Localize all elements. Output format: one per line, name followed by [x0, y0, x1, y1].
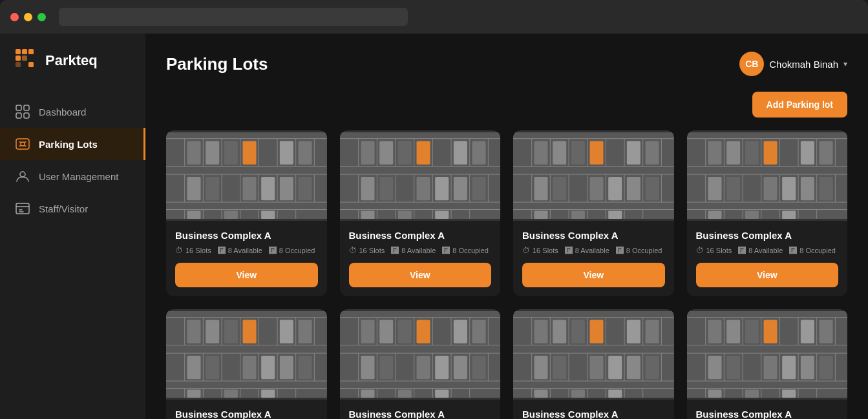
svg-rect-141 — [646, 177, 659, 200]
sidebar-item-parking-lots[interactable]: Parking Lots — [0, 128, 145, 160]
svg-rect-186 — [800, 177, 814, 200]
card-stats-1: ⏱ 16 Slots 🅿 8 Available 🅿 8 Occupied — [175, 246, 318, 255]
view-button-2[interactable]: View — [349, 263, 492, 287]
svg-rect-78 — [453, 141, 467, 164]
svg-rect-0 — [16, 49, 21, 54]
svg-rect-212 — [187, 320, 200, 343]
svg-rect-90 — [361, 177, 374, 200]
svg-rect-217 — [299, 320, 312, 343]
sidebar-item-user-management[interactable]: User Management — [0, 160, 145, 192]
card-body-3: Business Complex A ⏱ 16 Slots 🅿 8 Availa… — [513, 221, 674, 296]
card-image-6 — [340, 309, 501, 400]
available-icon: 🅿 — [565, 246, 573, 255]
svg-rect-121 — [553, 141, 566, 164]
svg-rect-305 — [553, 320, 566, 343]
card-body-6: Business Complex A ⏱ 16 Slots 🅿 8 Availa… — [340, 400, 501, 419]
svg-rect-216 — [280, 320, 293, 343]
slot-icon: ⏱ — [696, 246, 704, 255]
user-menu[interactable]: CB Chokmah Binah ▾ — [739, 52, 847, 76]
svg-rect-4 — [22, 56, 27, 61]
slot-stat-1: ⏱ 16 Slots — [175, 246, 211, 255]
sidebar: Parkteq Dashboard Parkin — [0, 34, 145, 419]
svg-rect-3 — [16, 56, 21, 61]
svg-rect-7 — [16, 105, 21, 110]
card-body-2: Business Complex A ⏱ 16 Slots 🅿 8 Availa… — [340, 221, 501, 296]
card-image-4 — [687, 130, 848, 221]
slot-stat-4: ⏱ 16 Slots — [696, 246, 732, 255]
svg-rect-152 — [608, 210, 622, 218]
parking-card-8: Business Complex A ⏱ 16 Slots 🅿 8 Availa… — [687, 309, 848, 419]
user-management-icon — [16, 169, 30, 183]
title-bar — [0, 0, 868, 34]
staff-visitor-label: Staff/Visitor — [39, 203, 88, 214]
view-button-1[interactable]: View — [175, 263, 318, 287]
svg-rect-48 — [280, 177, 293, 200]
svg-rect-171 — [819, 141, 832, 164]
svg-rect-139 — [608, 177, 622, 200]
svg-rect-151 — [571, 210, 585, 218]
url-bar[interactable] — [59, 8, 408, 26]
svg-rect-259 — [379, 320, 393, 343]
svg-rect-183 — [726, 177, 740, 200]
svg-rect-125 — [646, 141, 659, 164]
svg-rect-45 — [206, 177, 219, 200]
main-content: Parking Lots CB Chokmah Binah ▾ Add Park… — [145, 34, 868, 419]
svg-rect-182 — [708, 177, 721, 200]
card-title-7: Business Complex A — [522, 409, 665, 419]
svg-rect-95 — [472, 177, 485, 200]
occupied-icon: 🅿 — [269, 246, 277, 255]
minimize-button[interactable] — [24, 13, 32, 21]
dashboard-label: Dashboard — [39, 107, 86, 118]
svg-rect-370 — [800, 356, 814, 379]
close-button[interactable] — [10, 13, 19, 21]
sidebar-item-dashboard[interactable]: Dashboard — [0, 96, 145, 128]
sidebar-item-staff-visitor[interactable]: Staff/Visitor — [0, 192, 145, 225]
svg-rect-10 — [24, 113, 29, 118]
svg-rect-120 — [534, 141, 547, 164]
parking-card-5: Business Complex A ⏱ 16 Slots 🅿 8 Availa… — [166, 309, 327, 419]
occupied-stat-1: 🅿 8 Occupied — [269, 246, 315, 255]
card-title-3: Business Complex A — [522, 230, 665, 241]
page-header: Parking Lots CB Chokmah Binah ▾ — [166, 52, 847, 76]
svg-rect-368 — [763, 356, 777, 379]
user-management-label: User Management — [39, 171, 118, 182]
svg-rect-309 — [646, 320, 659, 343]
occupied-icon: 🅿 — [442, 246, 450, 255]
page-title: Parking Lots — [166, 54, 268, 74]
occupied-icon: 🅿 — [616, 246, 624, 255]
svg-rect-150 — [534, 210, 547, 218]
card-body-4: Business Complex A ⏱ 16 Slots 🅿 8 Availa… — [687, 221, 848, 296]
svg-rect-60 — [261, 210, 275, 218]
card-image-7 — [513, 309, 674, 400]
svg-point-12 — [21, 142, 25, 146]
view-button-4[interactable]: View — [696, 263, 839, 287]
maximize-button[interactable] — [37, 13, 46, 21]
svg-rect-354 — [800, 320, 814, 343]
svg-rect-335 — [571, 389, 585, 397]
parking-lots-label: Parking Lots — [39, 139, 98, 150]
svg-rect-77 — [416, 141, 430, 164]
card-title-1: Business Complex A — [175, 230, 318, 241]
slot-icon: ⏱ — [175, 246, 183, 255]
svg-rect-367 — [726, 356, 740, 379]
svg-rect-5 — [16, 62, 21, 67]
view-button-3[interactable]: View — [522, 263, 665, 287]
svg-rect-244 — [261, 389, 275, 397]
svg-rect-288 — [361, 389, 374, 397]
card-body-8: Business Complex A ⏱ 16 Slots 🅿 8 Availa… — [687, 400, 848, 419]
card-title-4: Business Complex A — [696, 230, 839, 241]
svg-rect-381 — [745, 389, 758, 397]
svg-rect-11 — [16, 139, 29, 149]
card-image-8 — [687, 309, 848, 400]
svg-rect-258 — [361, 320, 374, 343]
svg-rect-198 — [782, 210, 796, 218]
svg-rect-262 — [453, 320, 467, 343]
svg-rect-47 — [261, 177, 275, 200]
add-parking-lot-button[interactable]: Add Parking lot — [752, 92, 847, 118]
slot-icon: ⏱ — [522, 246, 530, 255]
svg-rect-187 — [819, 177, 832, 200]
svg-rect-93 — [435, 177, 449, 200]
svg-rect-325 — [646, 356, 659, 379]
parking-grid: Business Complex A ⏱ 16 Slots 🅿 8 Availa… — [166, 130, 847, 419]
svg-point-13 — [20, 172, 25, 177]
